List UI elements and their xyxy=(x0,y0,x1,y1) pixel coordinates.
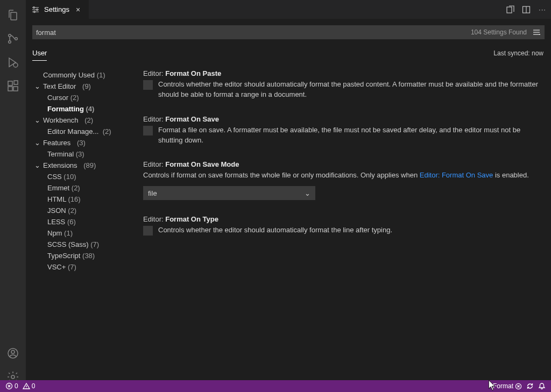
status-format[interactable]: Format xyxy=(493,382,522,390)
chevron-down-icon: ⌄ xyxy=(33,161,41,169)
toc-formatting[interactable]: Formatting (4) xyxy=(33,103,139,115)
more-actions-icon[interactable]: ··· xyxy=(538,5,547,14)
settings-search-input[interactable]: 104 Settings Found xyxy=(32,25,545,39)
search-input-field[interactable] xyxy=(36,28,471,37)
search-result-count: 104 Settings Found xyxy=(471,28,527,36)
toc-emmet[interactable]: Emmet (2) xyxy=(33,182,139,194)
activity-bar xyxy=(0,0,26,392)
toc-vscplus[interactable]: VSC+ (7) xyxy=(33,261,139,273)
toc-css[interactable]: CSS (10) xyxy=(33,171,139,182)
toc-scss[interactable]: SCSS (Sass) (7) xyxy=(33,239,139,250)
explorer-icon[interactable] xyxy=(0,4,26,26)
checkbox-format-on-paste[interactable] xyxy=(143,80,153,90)
checkbox-format-on-type[interactable] xyxy=(143,226,153,236)
svg-point-9 xyxy=(11,351,15,354)
setting-format-on-save: Editor: Format On Save Format a file on … xyxy=(143,115,541,146)
extensions-icon[interactable] xyxy=(0,75,26,97)
tab-settings[interactable]: Settings × xyxy=(26,0,89,19)
accounts-icon[interactable] xyxy=(0,343,26,364)
dropdown-value: file xyxy=(148,189,157,197)
open-settings-json-icon[interactable] xyxy=(506,5,514,14)
chevron-down-icon: ⌄ xyxy=(33,116,41,124)
toc-text-editor[interactable]: ⌄Text Editor (9) xyxy=(33,81,139,92)
toc-less[interactable]: LESS (6) xyxy=(33,216,139,227)
source-control-icon[interactable] xyxy=(0,28,26,49)
filter-icon[interactable] xyxy=(532,28,541,37)
setting-format-on-save-mode: Editor: Format On Save Mode Controls if … xyxy=(143,160,541,200)
toc-json[interactable]: JSON (2) xyxy=(33,205,139,216)
tab-label: Settings xyxy=(44,5,69,13)
setting-description: Controls if format on save formats the w… xyxy=(143,170,541,181)
svg-point-2 xyxy=(15,38,18,40)
toc-typescript[interactable]: TypeScript (38) xyxy=(33,250,139,261)
toc-terminal[interactable]: Terminal (3) xyxy=(33,148,139,160)
svg-rect-14 xyxy=(507,7,512,13)
settings-toc: Commonly Used (1) ⌄Text Editor (9) Curso… xyxy=(26,63,139,392)
svg-point-3 xyxy=(13,63,18,67)
editor-tabs: Settings × ··· xyxy=(26,0,551,19)
setting-description: Controls whether the editor should autom… xyxy=(158,80,541,100)
scope-tab-user[interactable]: User xyxy=(32,46,47,61)
settings-tab-icon xyxy=(31,5,40,14)
checkbox-format-on-save[interactable] xyxy=(143,126,153,136)
setting-format-on-paste: Editor: Format On Paste Controls whether… xyxy=(143,69,541,100)
status-sync-icon[interactable] xyxy=(526,382,534,390)
chevron-down-icon: ⌄ xyxy=(33,82,41,90)
sync-status: Last synced: now xyxy=(493,49,543,57)
toc-extensions[interactable]: ⌄Extensions (89) xyxy=(33,160,139,171)
close-icon[interactable]: × xyxy=(74,5,82,14)
chevron-down-icon: ⌄ xyxy=(33,139,41,147)
svg-point-1 xyxy=(9,41,11,44)
dropdown-format-on-save-mode[interactable]: file ⌄ xyxy=(143,186,315,200)
status-bell-icon[interactable] xyxy=(538,382,546,390)
svg-point-12 xyxy=(37,9,38,10)
toc-commonly-used[interactable]: Commonly Used (1) xyxy=(33,69,139,81)
setting-description: Controls whether the editor should autom… xyxy=(158,225,392,236)
svg-point-13 xyxy=(34,11,36,12)
svg-rect-7 xyxy=(14,81,18,84)
chevron-down-icon: ⌄ xyxy=(305,189,310,197)
status-warnings[interactable]: 0 xyxy=(23,382,36,390)
status-bar: 0 0 Format xyxy=(0,380,551,392)
svg-point-10 xyxy=(11,375,15,379)
run-debug-icon[interactable] xyxy=(0,52,26,73)
svg-point-11 xyxy=(33,6,35,8)
svg-point-0 xyxy=(9,34,11,37)
link-format-on-save[interactable]: Editor: Format On Save xyxy=(420,171,493,179)
svg-rect-6 xyxy=(13,87,18,91)
setting-format-on-type: Editor: Format On Type Controls whether … xyxy=(143,215,541,236)
toc-features[interactable]: ⌄Features (3) xyxy=(33,137,139,148)
svg-rect-5 xyxy=(8,87,12,91)
toc-html[interactable]: HTML (16) xyxy=(33,194,139,205)
settings-list: Editor: Format On Paste Controls whether… xyxy=(139,63,551,392)
toc-cursor[interactable]: Cursor (2) xyxy=(33,92,139,103)
split-editor-icon[interactable] xyxy=(522,5,531,14)
toc-npm[interactable]: Npm (1) xyxy=(33,227,139,239)
toc-editor-management[interactable]: Editor Manage... (2) xyxy=(33,126,139,137)
svg-rect-4 xyxy=(8,81,12,85)
setting-description: Format a file on save. A formatter must … xyxy=(158,125,541,146)
status-errors[interactable]: 0 xyxy=(5,382,18,390)
toc-workbench[interactable]: ⌄Workbench (2) xyxy=(33,115,139,126)
